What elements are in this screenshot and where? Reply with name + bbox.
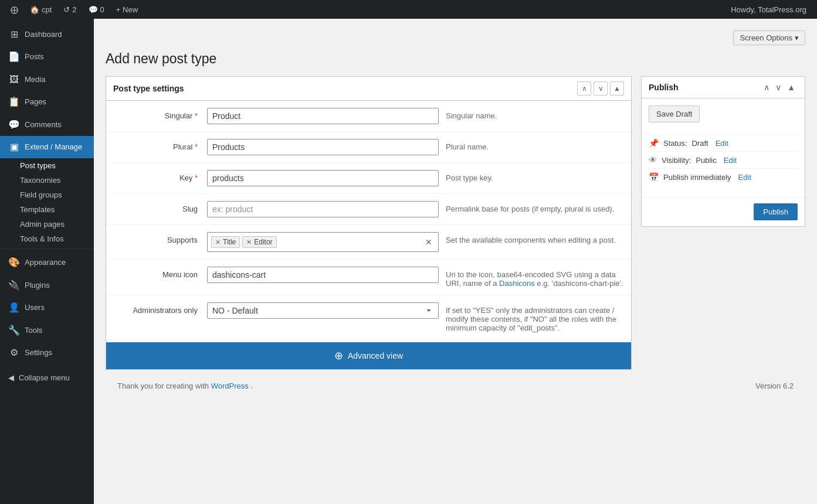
wp-logo-icon: ⨁ bbox=[11, 5, 18, 14]
key-required: * bbox=[195, 173, 198, 182]
publish-visibility-value: Public bbox=[696, 156, 716, 165]
publish-visibility-edit[interactable]: Edit bbox=[724, 156, 737, 165]
publish-button[interactable]: Publish bbox=[754, 203, 798, 220]
key-label: Key * bbox=[113, 170, 207, 182]
plural-required: * bbox=[195, 142, 198, 151]
adminbar-site[interactable]: 🏠 cpt bbox=[24, 0, 57, 19]
menu-icon-label: Menu icon bbox=[113, 267, 207, 279]
publish-time-row: 📅 Publish immediately Edit bbox=[649, 168, 798, 185]
publish-toggle-button[interactable]: ▲ bbox=[785, 81, 798, 93]
home-icon: 🏠 bbox=[30, 5, 39, 14]
adminbar-updates-count: 2 bbox=[72, 5, 76, 14]
publish-meta-list: 📌 Status: Draft Edit 👁 Visibility: Publi… bbox=[649, 130, 798, 190]
post-type-settings-card: Post type settings ∧ ∨ ▲ Singular * bbox=[106, 76, 632, 370]
sidebar-item-dashboard[interactable]: ⊞ Dashboard bbox=[0, 23, 94, 46]
sidebar-item-settings-label: Settings bbox=[25, 348, 52, 358]
dashicons-link[interactable]: Dashicons bbox=[499, 279, 535, 288]
tag-title-remove[interactable]: ✕ bbox=[215, 239, 221, 246]
adminbar-wp-logo[interactable]: ⨁ bbox=[5, 0, 24, 19]
admin-bar: ⨁ 🏠 cpt ↺ 2 💬 0 + New Howdy, TotalPress.… bbox=[0, 0, 817, 19]
publish-status-value: Draft bbox=[691, 139, 708, 148]
adminbar-new-label: + New bbox=[116, 5, 138, 14]
advanced-view-button[interactable]: ⊕ Advanced view bbox=[106, 342, 631, 369]
menu-icon-row: Menu icon Uri to the icon, base64-encode… bbox=[106, 260, 631, 295]
menu-icon-input[interactable] bbox=[207, 267, 439, 283]
adminbar-site-name: cpt bbox=[42, 5, 52, 14]
sidebar-item-tools-infos[interactable]: Tools & Infos bbox=[0, 231, 94, 246]
plural-input[interactable] bbox=[207, 139, 439, 155]
sidebar-item-field-groups[interactable]: Field groups bbox=[0, 188, 94, 202]
main-content: Screen Options ▾ Add new post type Post … bbox=[94, 19, 817, 504]
dashboard-icon: ⊞ bbox=[8, 28, 20, 41]
admin-only-select[interactable]: NO - Default YES bbox=[207, 302, 439, 319]
screen-options-bar: Screen Options ▾ bbox=[106, 30, 805, 45]
publish-status-edit[interactable]: Edit bbox=[716, 139, 728, 148]
sidebar-item-dashboard-label: Dashboard bbox=[25, 29, 62, 40]
publish-footer: Publish bbox=[642, 197, 805, 226]
sidebar-item-media[interactable]: 🖼 Media bbox=[0, 69, 94, 91]
sidebar-item-admin-pages[interactable]: Admin pages bbox=[0, 217, 94, 231]
publish-title: Publish bbox=[649, 83, 679, 92]
publish-status-row: 📌 Status: Draft Edit bbox=[649, 134, 798, 151]
card-controls: ∧ ∨ ▲ bbox=[577, 81, 624, 96]
slug-hint: Permalink base for posts (if empty, plur… bbox=[446, 201, 624, 213]
sidebar-item-tools[interactable]: 🔧 Tools bbox=[0, 319, 94, 342]
card-title: Post type settings bbox=[113, 84, 184, 93]
key-hint: Post type key. bbox=[446, 170, 624, 182]
sidebar-item-users[interactable]: 👤 Users bbox=[0, 297, 94, 319]
sidebar-item-posts[interactable]: 📄 Posts bbox=[0, 46, 94, 68]
publish-down-button[interactable]: ∨ bbox=[773, 81, 784, 93]
card-up-button[interactable]: ∧ bbox=[577, 81, 591, 96]
sidebar-item-extend-manage[interactable]: ▣ Extend / Manage bbox=[0, 136, 94, 158]
publish-time-edit[interactable]: Edit bbox=[738, 173, 751, 182]
screen-options-button[interactable]: Screen Options ▾ bbox=[733, 30, 805, 45]
sidebar-comments-icon: 💬 bbox=[8, 118, 20, 131]
card-down-button[interactable]: ∨ bbox=[594, 81, 608, 96]
visibility-icon: 👁 bbox=[649, 155, 657, 165]
supports-field: ✕ Title ✕ Editor ✕ Set the available com… bbox=[207, 232, 624, 252]
adminbar-comments[interactable]: 💬 0 bbox=[83, 0, 110, 19]
tag-editor: ✕ Editor bbox=[242, 236, 276, 248]
appearance-icon: 🎨 bbox=[8, 256, 20, 269]
collapse-menu-label: Collapse menu bbox=[19, 373, 70, 382]
supports-tags-container[interactable]: ✕ Title ✕ Editor ✕ bbox=[207, 232, 439, 252]
tag-editor-remove[interactable]: ✕ bbox=[246, 239, 252, 246]
wordpress-link[interactable]: WordPress bbox=[211, 382, 249, 390]
singular-input[interactable] bbox=[207, 108, 439, 124]
sidebar-item-taxonomies[interactable]: Taxonomies bbox=[0, 173, 94, 188]
extend-manage-icon: ▣ bbox=[8, 141, 20, 154]
publish-visibility-row: 👁 Visibility: Public Edit bbox=[649, 151, 798, 168]
collapse-menu-button[interactable]: ◀ Collapse menu bbox=[0, 369, 94, 387]
status-icon: 📌 bbox=[649, 138, 659, 148]
sidebar-item-extend-manage-label: Extend / Manage bbox=[25, 142, 82, 152]
singular-hint: Singular name. bbox=[446, 108, 624, 120]
save-draft-button[interactable]: Save Draft bbox=[649, 105, 700, 122]
admin-only-row: Administrators only NO - Default YES If … bbox=[106, 295, 631, 340]
key-field: Post type key. bbox=[207, 170, 624, 186]
publish-status-label: Status: bbox=[663, 139, 687, 148]
adminbar-new[interactable]: + New bbox=[110, 0, 144, 19]
sidebar-item-appearance[interactable]: 🎨 Appearance bbox=[0, 251, 94, 274]
publish-controls: ∧ ∨ ▲ bbox=[761, 81, 798, 93]
card-toggle-button[interactable]: ▲ bbox=[610, 81, 624, 96]
publish-visibility-label: Visibility: bbox=[662, 156, 691, 165]
publish-up-button[interactable]: ∧ bbox=[761, 81, 772, 93]
card-header: Post type settings ∧ ∨ ▲ bbox=[106, 77, 631, 101]
footer-thanks: Thank you for creating with WordPress . bbox=[117, 382, 253, 390]
sidebar-item-post-types[interactable]: Post types bbox=[0, 158, 94, 173]
key-input[interactable] bbox=[207, 170, 439, 186]
singular-label: Singular * bbox=[113, 108, 207, 120]
adminbar-updates[interactable]: ↺ 2 bbox=[57, 0, 82, 19]
tag-title: ✕ Title bbox=[211, 236, 240, 248]
menu-icon-field: Uri to the icon, base64-encoded SVG usin… bbox=[207, 267, 624, 288]
comments-icon: 💬 bbox=[89, 5, 98, 14]
slug-input[interactable] bbox=[207, 201, 439, 217]
supports-clear-button[interactable]: ✕ bbox=[423, 237, 435, 247]
sidebar-item-settings[interactable]: ⚙ Settings bbox=[0, 342, 94, 364]
pages-icon: 📋 bbox=[8, 96, 20, 108]
sidebar-item-plugins[interactable]: 🔌 Plugins bbox=[0, 274, 94, 297]
sidebar-item-pages[interactable]: 📋 Pages bbox=[0, 91, 94, 113]
singular-field: Singular name. bbox=[207, 108, 624, 124]
sidebar-item-comments[interactable]: 💬 Comments bbox=[0, 114, 94, 136]
sidebar-item-templates[interactable]: Templates bbox=[0, 202, 94, 217]
